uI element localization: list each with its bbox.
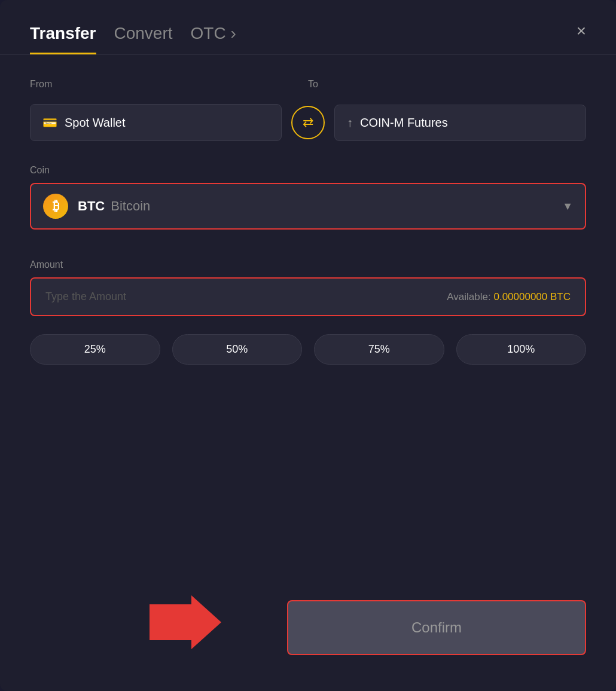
available-text: Available: 0.00000000 BTC — [447, 291, 571, 303]
from-wallet-text: Spot Wallet — [65, 116, 126, 130]
pct-100-button[interactable]: 100% — [456, 334, 587, 365]
coin-section: Coin ₿ BTC Bitcoin ▼ — [30, 165, 586, 230]
btc-icon: ₿ — [43, 194, 68, 219]
to-wallet-text: COIN-M Futures — [360, 116, 448, 130]
btc-symbol-icon: ₿ — [53, 198, 59, 214]
svg-marker-0 — [150, 595, 221, 649]
available-value: 0.00000000 BTC — [493, 291, 571, 302]
from-to-row-labels: From To — [30, 79, 586, 97]
coin-label: Coin — [30, 165, 586, 176]
percentage-row: 25% 50% 75% 100% — [30, 334, 586, 365]
amount-placeholder: Type the Amount — [45, 291, 126, 303]
chevron-down-icon: ▼ — [562, 200, 573, 213]
bottom-section: Confirm — [30, 600, 586, 655]
coin-name: Bitcoin — [111, 198, 150, 214]
pct-25-button[interactable]: 25% — [30, 334, 160, 365]
from-wallet-selector[interactable]: 💳 Spot Wallet — [30, 104, 282, 141]
wallet-row: 💳 Spot Wallet ⇄ ↑ COIN-M Futures — [30, 104, 586, 141]
modal-header: Transfer Convert OTC › × — [30, 24, 586, 54]
tab-transfer[interactable]: Transfer — [30, 24, 96, 54]
credit-card-icon: 💳 — [42, 115, 57, 130]
to-wallet-selector[interactable]: ↑ COIN-M Futures — [334, 105, 586, 141]
tab-otc[interactable]: OTC › — [191, 24, 236, 54]
amount-label: Amount — [30, 259, 586, 270]
tab-convert[interactable]: Convert — [114, 24, 173, 54]
from-label: From — [30, 79, 308, 90]
transfer-modal: Transfer Convert OTC › × From To 💳 Spot … — [0, 0, 616, 691]
coin-selector[interactable]: ₿ BTC Bitcoin ▼ — [30, 183, 586, 230]
amount-section: Amount Type the Amount Available: 0.0000… — [30, 259, 586, 316]
arrow-indicator — [150, 595, 221, 661]
amount-input-wrapper[interactable]: Type the Amount Available: 0.00000000 BT… — [30, 277, 586, 316]
confirm-button[interactable]: Confirm — [287, 600, 586, 655]
to-label: To — [308, 79, 586, 90]
tab-divider — [0, 54, 616, 55]
futures-icon: ↑ — [347, 116, 353, 130]
coin-symbol: BTC — [78, 198, 105, 214]
close-button[interactable]: × — [577, 23, 586, 39]
swap-button[interactable]: ⇄ — [291, 106, 325, 139]
swap-icon: ⇄ — [303, 115, 313, 130]
available-label: Available: — [447, 291, 490, 302]
pct-75-button[interactable]: 75% — [314, 334, 444, 365]
pct-50-button[interactable]: 50% — [172, 334, 303, 365]
nav-tabs: Transfer Convert OTC › — [30, 24, 236, 54]
